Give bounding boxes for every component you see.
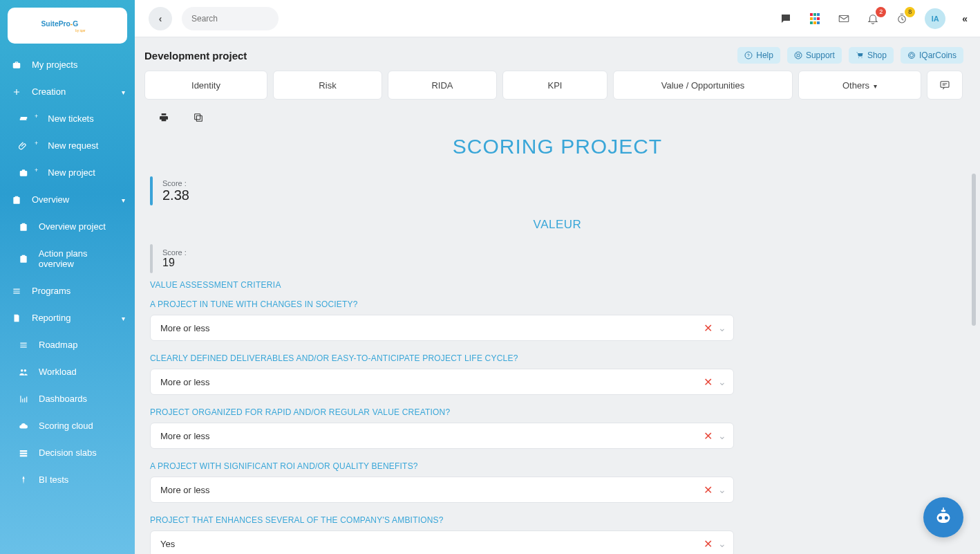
clear-icon[interactable]: ✕	[704, 430, 713, 443]
avatar[interactable]: IA	[925, 8, 945, 29]
sidebar-item-new-tickets[interactable]: + New tickets	[0, 105, 135, 132]
svg-point-13	[945, 516, 948, 519]
chevron-down-icon[interactable]: ⌄	[718, 322, 726, 333]
sidebar-item-workload[interactable]: Workload	[0, 358, 135, 385]
sidebar-item-bi-tests[interactable]: BI tests	[0, 466, 135, 493]
brand-text: SuitePro-G	[41, 20, 78, 28]
support-button[interactable]: Support	[787, 47, 842, 64]
list-icon	[11, 286, 22, 296]
sidebar-item-creation[interactable]: Creation ▾	[0, 78, 135, 105]
sidebar-item-label: My projects	[32, 59, 77, 70]
sidebar-item-dashboards[interactable]: Dashboards	[0, 385, 135, 412]
chatbot-fab[interactable]	[923, 497, 963, 537]
valeur-score-card: Score : 19	[150, 244, 965, 273]
briefcase-icon	[18, 168, 29, 178]
question-select[interactable]: Yes ✕ ⌄	[150, 530, 734, 554]
sidebar-item-scoring-cloud[interactable]: Scoring cloud	[0, 412, 135, 439]
robot-icon	[930, 504, 957, 530]
sidebar-item-action-plans[interactable]: Action plans overview	[0, 240, 135, 277]
sidebar-item-label: Programs	[32, 286, 70, 296]
sidebar-item-new-project[interactable]: + New project	[0, 159, 135, 186]
scrollbar-thumb[interactable]	[972, 174, 976, 326]
brand-tagline: by iqar	[75, 29, 86, 33]
chevron-down-icon[interactable]: ⌄	[718, 430, 726, 441]
collapse-panel-button[interactable]: «	[962, 13, 968, 24]
apps-icon[interactable]	[809, 12, 821, 25]
iqarcoins-button[interactable]: IQarCoins	[901, 47, 963, 64]
lifebuoy-icon	[794, 51, 802, 59]
sidebar-item-reporting[interactable]: Reporting ▾	[0, 304, 135, 331]
sidebar-item-label: Reporting	[32, 313, 70, 323]
clear-icon[interactable]: ✕	[704, 322, 713, 335]
tab-label: Others	[842, 80, 869, 91]
svg-rect-15	[943, 508, 944, 510]
coin-icon	[907, 51, 916, 59]
pin-icon	[18, 475, 29, 485]
chevron-down-icon[interactable]: ⌄	[718, 484, 726, 495]
tab-value-opportunities[interactable]: Value / Opportunities	[613, 71, 793, 100]
pill-label: IQarCoins	[919, 50, 957, 60]
clear-icon[interactable]: ✕	[704, 483, 713, 497]
topbar: ‹ 2 8	[135, 0, 980, 37]
clear-icon[interactable]: ✕	[704, 376, 713, 389]
sidebar-item-my-projects[interactable]: My projects	[0, 51, 135, 78]
sidebar-item-new-request[interactable]: + New request	[0, 132, 135, 159]
sidebar: SuitePro-G by iqar My projects Creation …	[0, 0, 135, 554]
mail-icon[interactable]	[838, 12, 850, 25]
plus-badge: +	[35, 167, 38, 174]
plus-badge: +	[35, 113, 38, 120]
sidebar-item-label: Overview	[32, 194, 69, 205]
sidebar-item-programs[interactable]: Programs	[0, 277, 135, 304]
shop-button[interactable]: Shop	[849, 47, 894, 64]
help-button[interactable]: Help	[737, 47, 780, 64]
svg-rect-9	[195, 114, 200, 120]
question-label: PROJECT THAT ENHANCES SEVERAL OF THE COM…	[150, 515, 965, 525]
tab-identity[interactable]: Identity	[144, 71, 267, 100]
question-select[interactable]: More or less ✕ ⌄	[150, 423, 734, 449]
sidebar-item-overview-project[interactable]: Overview project	[0, 213, 135, 240]
back-button[interactable]: ‹	[149, 7, 172, 30]
svg-rect-7	[941, 82, 949, 88]
sidebar-item-label: Creation	[32, 86, 66, 97]
clear-icon[interactable]: ✕	[704, 537, 713, 551]
copy-button[interactable]	[193, 112, 204, 125]
score-label: Score :	[162, 179, 189, 187]
chevron-down-icon[interactable]: ⌄	[718, 376, 726, 387]
chat-icon[interactable]	[780, 12, 792, 25]
tabs: Identity Risk RIDA KPI Value / Opportuni…	[135, 71, 980, 107]
tab-kpi[interactable]: KPI	[502, 71, 607, 100]
chart-icon	[18, 394, 29, 404]
sidebar-item-label: Action plans overview	[39, 248, 124, 269]
print-button[interactable]	[158, 112, 169, 125]
select-value: Yes	[160, 539, 704, 549]
sidebar-item-overview[interactable]: Overview ▾	[0, 186, 135, 213]
tab-risk[interactable]: Risk	[273, 71, 382, 100]
question-select[interactable]: More or less ✕ ⌄	[150, 369, 734, 395]
question-select[interactable]: More or less ✕ ⌄	[150, 315, 734, 341]
chevron-down-icon[interactable]: ⌄	[718, 538, 726, 549]
tab-rida[interactable]: RIDA	[388, 71, 497, 100]
pill-label: Support	[806, 50, 835, 60]
accent-bar	[150, 176, 153, 205]
sidebar-item-roadmap[interactable]: Roadmap	[0, 331, 135, 358]
users-icon	[18, 367, 29, 377]
sidebar-item-label: Scoring cloud	[39, 421, 93, 431]
pill-label: Shop	[867, 50, 887, 60]
tab-others[interactable]: Others ▾	[798, 71, 921, 100]
question-select[interactable]: More or less ✕ ⌄	[150, 477, 734, 503]
svg-point-6	[910, 54, 913, 57]
search-input[interactable]	[182, 7, 279, 30]
tab-comments[interactable]	[927, 71, 963, 100]
bell-icon[interactable]: 2	[867, 12, 879, 25]
sidebar-item-decision-slabs[interactable]: Decision slabs	[0, 439, 135, 466]
total-score-value: 2.38	[162, 187, 189, 203]
content[interactable]: SCORING PROJECT Score : 2.38 VALEUR Scor…	[135, 131, 980, 554]
sidebar-item-label: Overview project	[39, 221, 106, 232]
chevron-down-icon: ▾	[122, 196, 125, 203]
sidebar-item-label: New tickets	[48, 113, 93, 124]
tab-label: Risk	[319, 80, 336, 91]
tab-label: Value / Opportunities	[661, 80, 744, 91]
clipboard-icon	[11, 195, 22, 205]
chevron-down-icon: ▾	[874, 82, 877, 90]
timer-icon[interactable]: 8	[896, 12, 908, 25]
